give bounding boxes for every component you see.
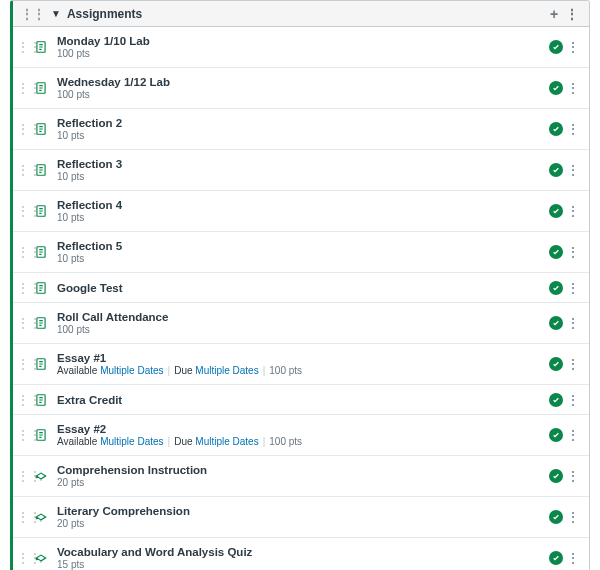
published-icon[interactable] — [549, 510, 563, 524]
item-title[interactable]: Roll Call Attendance — [57, 311, 547, 323]
item-menu-button[interactable]: ⋮ — [565, 356, 581, 372]
points-text: 100 pts — [57, 324, 90, 335]
item-content: Literary Comprehension20 pts — [57, 503, 547, 531]
assignment-row: ⋮⋮Google Test⋮ — [13, 273, 589, 303]
item-title[interactable]: Comprehension Instruction — [57, 464, 547, 476]
assignment-icon — [34, 316, 48, 330]
item-meta: 10 pts — [57, 171, 547, 182]
item-content: Comprehension Instruction20 pts — [57, 462, 547, 490]
item-title[interactable]: Literary Comprehension — [57, 505, 547, 517]
item-content: Wednesday 1/12 Lab100 pts — [57, 74, 547, 102]
assignment-row: ⋮⋮Monday 1/10 Lab100 pts⋮ — [13, 27, 589, 68]
item-menu-button[interactable]: ⋮ — [565, 244, 581, 260]
item-meta: 10 pts — [57, 130, 547, 141]
item-menu-button[interactable]: ⋮ — [565, 509, 581, 525]
add-assignment-button[interactable]: + — [545, 7, 563, 21]
drag-handle[interactable]: ⋮⋮ — [17, 469, 31, 483]
assignment-row: ⋮⋮Comprehension Instruction20 pts⋮ — [13, 456, 589, 497]
quiz-icon — [34, 469, 48, 483]
group-title: Assignments — [67, 7, 545, 21]
published-icon[interactable] — [549, 281, 563, 295]
item-menu-button[interactable]: ⋮ — [565, 392, 581, 408]
status-cell — [547, 469, 565, 483]
group-drag-handle[interactable]: ⋮⋮ — [21, 7, 45, 21]
assignment-row: ⋮⋮Extra Credit⋮ — [13, 385, 589, 415]
published-icon[interactable] — [549, 81, 563, 95]
published-icon[interactable] — [549, 204, 563, 218]
item-content: Essay #1Available Multiple Dates|Due Mul… — [57, 350, 547, 378]
item-menu-button[interactable]: ⋮ — [565, 468, 581, 484]
quiz-icon — [34, 551, 48, 565]
status-cell — [547, 357, 565, 371]
drag-handle[interactable]: ⋮⋮ — [17, 551, 31, 565]
group-toggle[interactable]: ▼ — [51, 9, 61, 19]
item-title[interactable]: Reflection 5 — [57, 240, 547, 252]
item-title[interactable]: Essay #2 — [57, 423, 547, 435]
item-content: Google Test — [57, 280, 547, 296]
type-icon-wrap — [31, 551, 51, 565]
published-icon[interactable] — [549, 393, 563, 407]
item-menu-button[interactable]: ⋮ — [565, 121, 581, 137]
assignment-icon — [34, 204, 48, 218]
drag-handle[interactable]: ⋮⋮ — [17, 163, 31, 177]
item-title[interactable]: Vocabulary and Word Analysis Quiz — [57, 546, 547, 558]
group-menu-button[interactable]: ⋮ — [563, 7, 581, 21]
drag-handle[interactable]: ⋮⋮ — [17, 316, 31, 330]
drag-handle[interactable]: ⋮⋮ — [17, 81, 31, 95]
type-icon-wrap — [31, 357, 51, 371]
published-icon[interactable] — [549, 163, 563, 177]
item-title[interactable]: Extra Credit — [57, 394, 547, 406]
points-text: 10 pts — [57, 130, 84, 141]
type-icon-wrap — [31, 40, 51, 54]
due-link[interactable]: Multiple Dates — [195, 436, 258, 447]
item-title[interactable]: Reflection 4 — [57, 199, 547, 211]
published-icon[interactable] — [549, 122, 563, 136]
available-link[interactable]: Multiple Dates — [100, 436, 163, 447]
item-menu-button[interactable]: ⋮ — [565, 427, 581, 443]
published-icon[interactable] — [549, 551, 563, 565]
item-menu-button[interactable]: ⋮ — [565, 280, 581, 296]
published-icon[interactable] — [549, 469, 563, 483]
drag-handle[interactable]: ⋮⋮ — [17, 428, 31, 442]
assignment-row: ⋮⋮Vocabulary and Word Analysis Quiz15 pt… — [13, 538, 589, 570]
item-title[interactable]: Wednesday 1/12 Lab — [57, 76, 547, 88]
published-icon[interactable] — [549, 357, 563, 371]
assignment-row: ⋮⋮Essay #1Available Multiple Dates|Due M… — [13, 344, 589, 385]
assignment-row: ⋮⋮Essay #2Available Multiple Dates|Due M… — [13, 415, 589, 456]
published-icon[interactable] — [549, 428, 563, 442]
drag-handle[interactable]: ⋮⋮ — [17, 281, 31, 295]
points-text: 10 pts — [57, 253, 84, 264]
assignment-icon — [34, 40, 48, 54]
item-title[interactable]: Reflection 3 — [57, 158, 547, 170]
published-icon[interactable] — [549, 245, 563, 259]
drag-handle[interactable]: ⋮⋮ — [17, 510, 31, 524]
points-text: 15 pts — [57, 559, 84, 570]
due-link[interactable]: Multiple Dates — [195, 365, 258, 376]
drag-handle[interactable]: ⋮⋮ — [17, 40, 31, 54]
drag-handle[interactable]: ⋮⋮ — [17, 122, 31, 136]
assignment-row: ⋮⋮Roll Call Attendance100 pts⋮ — [13, 303, 589, 344]
item-menu-button[interactable]: ⋮ — [565, 162, 581, 178]
item-menu-button[interactable]: ⋮ — [565, 39, 581, 55]
type-icon-wrap — [31, 510, 51, 524]
published-icon[interactable] — [549, 316, 563, 330]
item-menu-button[interactable]: ⋮ — [565, 80, 581, 96]
drag-handle[interactable]: ⋮⋮ — [17, 245, 31, 259]
item-content: Reflection 210 pts — [57, 115, 547, 143]
item-meta: Available Multiple Dates|Due Multiple Da… — [57, 365, 547, 376]
item-title[interactable]: Monday 1/10 Lab — [57, 35, 547, 47]
item-title[interactable]: Google Test — [57, 282, 547, 294]
type-icon-wrap — [31, 163, 51, 177]
drag-handle[interactable]: ⋮⋮ — [17, 393, 31, 407]
drag-handle[interactable]: ⋮⋮ — [17, 204, 31, 218]
item-menu-button[interactable]: ⋮ — [565, 203, 581, 219]
item-title[interactable]: Reflection 2 — [57, 117, 547, 129]
published-icon[interactable] — [549, 40, 563, 54]
drag-handle[interactable]: ⋮⋮ — [17, 357, 31, 371]
available-link[interactable]: Multiple Dates — [100, 365, 163, 376]
item-content: Extra Credit — [57, 392, 547, 408]
item-title[interactable]: Essay #1 — [57, 352, 547, 364]
item-menu-button[interactable]: ⋮ — [565, 315, 581, 331]
item-menu-button[interactable]: ⋮ — [565, 550, 581, 566]
item-meta: 100 pts — [57, 324, 547, 335]
